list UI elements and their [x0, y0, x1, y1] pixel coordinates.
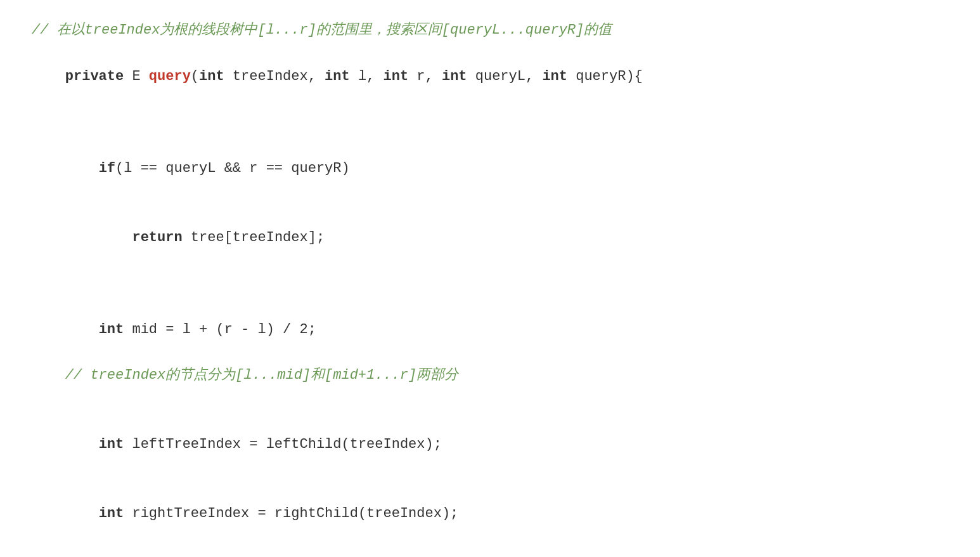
empty-line-1 — [32, 111, 948, 134]
int-keyword-5: int — [542, 69, 567, 84]
param-queryL: queryL, — [467, 69, 543, 84]
mid-declaration-line: int mid = l + (r - l) / 2; — [32, 296, 948, 365]
params-open: ( — [191, 69, 199, 84]
indent-2 — [65, 230, 132, 246]
right-tree-body: rightTreeIndex = rightChild(treeIndex); — [124, 506, 458, 521]
return-tree-line: return tree[treeIndex]; — [32, 203, 948, 272]
int-keyword-2: int — [325, 69, 350, 84]
int-keyword-1: int — [199, 69, 224, 84]
method-name-query: query — [149, 69, 191, 84]
if-queryL-line: if(queryL >= mid + 1) — [32, 549, 948, 557]
int-left-keyword: int — [99, 436, 124, 452]
indent-5 — [65, 506, 99, 521]
int-keyword-4: int — [442, 69, 467, 84]
return-tree-body: tree[treeIndex]; — [183, 230, 325, 246]
left-tree-body: leftTreeIndex = leftChild(treeIndex); — [124, 436, 442, 452]
private-keyword: private — [65, 69, 124, 84]
type-e: E — [124, 69, 149, 84]
int-mid-keyword: int — [99, 322, 124, 337]
comment-line-1: // 在以treeIndex为根的线段树中[l...r]的范围里，搜索区间[qu… — [32, 19, 948, 42]
int-keyword-3: int — [384, 69, 409, 84]
param-queryR: queryR){ — [567, 69, 643, 84]
if-body: (l == queryL && r == queryR) — [115, 161, 350, 176]
code-block: // 在以treeIndex为根的线段树中[l...r]的范围里，搜索区间[qu… — [32, 19, 948, 557]
indent-3 — [65, 322, 99, 337]
param-l: l, — [350, 69, 384, 84]
if-condition-line: if(l == queryL && r == queryR) — [32, 134, 948, 203]
param-treeIndex: treeIndex, — [224, 69, 325, 84]
param-r: r, — [408, 69, 442, 84]
empty-line-2 — [32, 272, 948, 295]
indent-4 — [65, 436, 99, 452]
comment-line-2: // treeIndex的节点分为[l...mid]和[mid+1...r]两部… — [32, 364, 948, 387]
left-tree-index-line: int leftTreeIndex = leftChild(treeIndex)… — [32, 410, 948, 480]
method-signature: private E query(int treeIndex, int l, in… — [32, 42, 948, 111]
return-keyword-1: return — [132, 230, 182, 246]
right-tree-index-line: int rightTreeIndex = rightChild(treeInde… — [32, 480, 948, 549]
int-right-keyword: int — [99, 506, 124, 521]
empty-line-3 — [32, 388, 948, 410]
if-keyword: if — [99, 161, 115, 176]
indent-1 — [65, 161, 99, 176]
mid-body: mid = l + (r - l) / 2; — [124, 322, 316, 337]
